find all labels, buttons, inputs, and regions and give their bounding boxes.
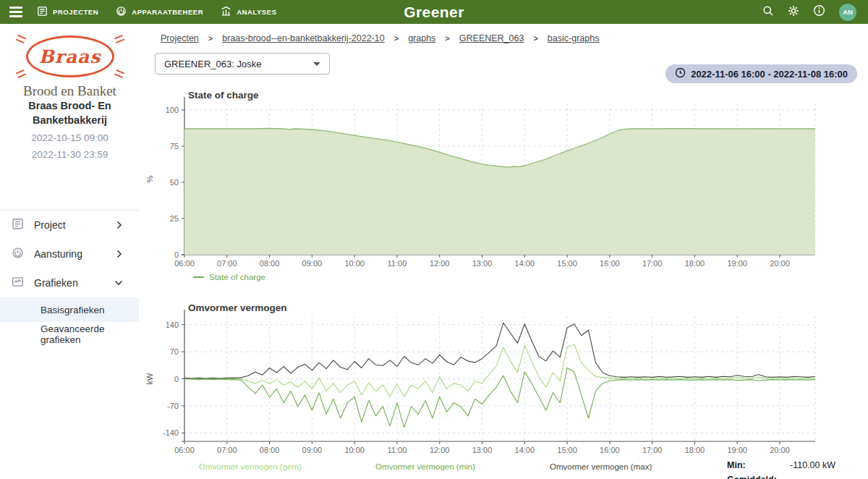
breadcrumb-project-slug[interactable]: braas-brood--en-banketbakkerij-2022-10 [222, 33, 384, 43]
svg-text:12:00: 12:00 [430, 446, 450, 454]
legend-label: Omvormer vermogen (gem) [199, 462, 302, 471]
control-icon [12, 247, 24, 262]
chart2-stats: Min: -110.00 kW Gemiddeld: [727, 460, 835, 479]
svg-text:19:00: 19:00 [727, 259, 747, 268]
sidebar-item-grafieken[interactable]: Grafieken [0, 268, 139, 297]
gear-icon[interactable] [788, 5, 799, 20]
date-from: 2022-10-15 09:00 [0, 132, 140, 143]
stat-avg-label: Gemiddeld: [727, 475, 777, 479]
svg-text:12:00: 12:00 [430, 259, 450, 268]
state-of-charge-chart[interactable]: 06:0007:0008:0009:0010:0011:0012:0013:00… [140, 87, 868, 276]
nav-apparaatbeheer[interactable]: APPARAATBEHEER [116, 6, 203, 18]
sidebar: Braas Brood en Banket Braas Brood- En Ba… [0, 24, 140, 479]
svg-text:18:00: 18:00 [685, 259, 705, 268]
braas-logo-text: Braas [39, 46, 101, 67]
breadcrumb-graphs[interactable]: graphs [408, 33, 435, 43]
device-select[interactable]: GREENER_063: Joske [155, 53, 330, 75]
chevron-right-icon [116, 221, 123, 229]
svg-text:19:00: 19:00 [727, 446, 747, 454]
svg-text:10:00: 10:00 [344, 259, 365, 268]
svg-text:11:00: 11:00 [388, 259, 407, 268]
svg-text:140: 140 [166, 321, 179, 329]
search-icon[interactable] [762, 5, 774, 20]
nav-apparaatbeheer-label: APPARAATBEHEER [132, 8, 203, 16]
legend-label: State of charge [209, 273, 265, 281]
breadcrumb-basic-graphs[interactable]: basic-graphs [548, 33, 600, 43]
sidebar-item-aansturing[interactable]: Aansturing [0, 240, 139, 268]
chart2-legend-min[interactable]: Omvormer vermogen (min) [375, 462, 475, 471]
breadcrumb-projecten[interactable]: Projecten [161, 33, 199, 43]
legend-line-swatch [193, 276, 204, 278]
svg-text:06:00: 06:00 [174, 446, 195, 454]
chevron-right-icon [116, 250, 123, 258]
customer-name: Braas Brood- En Banketbakkerij [7, 99, 132, 127]
svg-text:09:00: 09:00 [302, 259, 323, 268]
svg-text:06:00: 06:00 [174, 259, 195, 268]
chart1-legend-item[interactable]: State of charge [193, 273, 265, 281]
nav-projecten-label: PROJECTEN [53, 8, 98, 16]
stat-min-label: Min: [727, 460, 746, 475]
chevron-down-icon [114, 279, 123, 287]
svg-text:09:00: 09:00 [302, 446, 323, 454]
breadcrumb-separator: > [394, 34, 399, 43]
svg-text:20:00: 20:00 [770, 446, 790, 454]
main-content: Projecten> braas-brood--en-banketbakkeri… [140, 24, 868, 479]
svg-text:100: 100 [166, 106, 179, 114]
clock-icon [675, 67, 686, 80]
chart2-legend-max[interactable]: Omvormer vermogen (max) [550, 462, 652, 471]
menu-icon[interactable] [9, 7, 22, 17]
svg-text:17:00: 17:00 [642, 446, 663, 454]
nav-analyses[interactable]: ANALYSES [221, 6, 276, 18]
legend-label: Omvormer vermogen (max) [550, 462, 652, 471]
sidebar-item-basisgrafieken[interactable]: Basisgrafieken [0, 297, 139, 322]
svg-text:-140: -140 [163, 428, 179, 437]
svg-text:kW: kW [145, 373, 154, 385]
nav-projecten[interactable]: PROJECTEN [37, 6, 98, 18]
sidebar-item-geavanceerde-grafieken[interactable]: Geavanceerde grafieken [0, 322, 139, 347]
chart2-legend-gem[interactable]: Omvormer vermogen (gem) [199, 462, 302, 471]
info-icon[interactable] [813, 4, 825, 20]
project-icon [12, 218, 24, 233]
breadcrumb-separator: > [445, 34, 449, 43]
nav-analyses-label: ANALYSES [237, 8, 276, 16]
svg-text:50: 50 [170, 178, 179, 187]
chevron-down-icon [313, 62, 320, 66]
svg-text:15:00: 15:00 [557, 259, 577, 268]
analyses-icon [221, 6, 231, 18]
svg-text:0: 0 [174, 250, 179, 259]
svg-text:13:00: 13:00 [472, 446, 493, 454]
customer-logo: Braas Brood en Banket [0, 35, 140, 99]
projects-icon [37, 6, 48, 18]
date-to: 2022-11-30 23:59 [0, 149, 140, 160]
device-select-value: GREENER_063: Joske [164, 59, 261, 69]
svg-text:18:00: 18:00 [685, 446, 705, 454]
svg-text:15:00: 15:00 [557, 446, 577, 454]
device-management-icon [116, 6, 127, 18]
stat-avg-row: Gemiddeld: [727, 475, 835, 479]
breadcrumb-separator: > [208, 34, 213, 43]
svg-text:07:00: 07:00 [217, 259, 237, 268]
sidebar-menu: Project Aansturing Grafieken [0, 211, 139, 347]
sidebar-item-aansturing-label: Aansturing [34, 248, 82, 260]
omvormer-vermogen-chart[interactable]: 06:0007:0008:0009:0010:0011:0012:0013:00… [140, 297, 868, 463]
avatar[interactable]: AN [839, 4, 856, 21]
braas-logo-oval: Braas [26, 35, 114, 77]
svg-text:13:00: 13:00 [472, 259, 493, 268]
top-bar-actions: AN [762, 4, 856, 21]
braas-logo-subtitle: Brood en Banket [0, 83, 140, 99]
svg-text:16:00: 16:00 [600, 259, 620, 268]
time-range-badge[interactable]: 2022-11-06 16:00 - 2022-11-08 16:00 [665, 64, 857, 83]
svg-text:10:00: 10:00 [344, 446, 365, 454]
svg-text:20:00: 20:00 [770, 259, 790, 268]
svg-text:16:00: 16:00 [600, 446, 620, 454]
top-bar: PROJECTEN APPARAATBEHEER ANALYSES Greene… [0, 0, 868, 24]
svg-text:%: % [145, 175, 154, 182]
breadcrumb: Projecten> braas-brood--en-banketbakkeri… [161, 33, 599, 43]
sidebar-item-project[interactable]: Project [0, 211, 139, 240]
svg-text:11:00: 11:00 [388, 446, 407, 454]
svg-text:0: 0 [174, 375, 179, 383]
breadcrumb-device[interactable]: GREENER_063 [459, 33, 524, 43]
sidebar-item-project-label: Project [34, 219, 66, 231]
sidebar-item-grafieken-label: Grafieken [34, 277, 78, 289]
svg-text:70: 70 [170, 347, 179, 356]
